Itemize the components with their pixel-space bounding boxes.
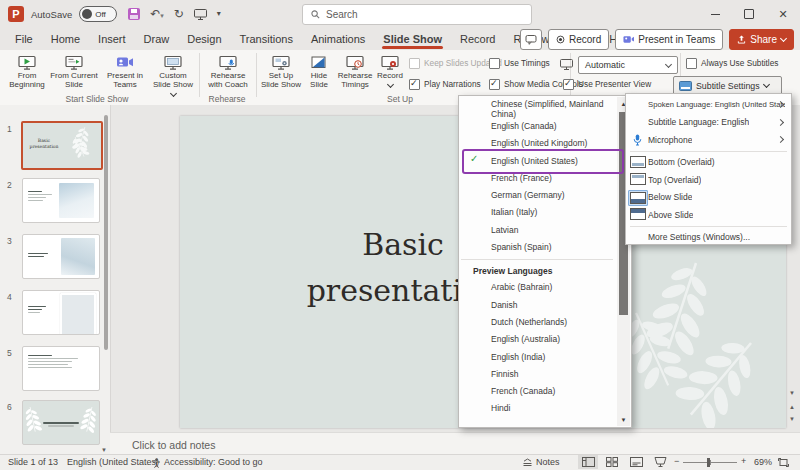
scroll-down-icon[interactable]: ▼ (101, 447, 107, 453)
slide-thumbnail-4[interactable] (22, 290, 100, 335)
start-slideshow-button[interactable] (194, 9, 207, 20)
menu-item-above-slide[interactable]: Above Slide (626, 206, 791, 224)
preview-languages-header: Preview Languages (459, 263, 631, 279)
normal-view-icon (582, 457, 595, 467)
maximize-button[interactable] (732, 0, 766, 28)
normal-view-button[interactable] (578, 455, 598, 469)
checkbox-use-presenter-view[interactable]: Use Presenter View (563, 78, 651, 90)
menu-item-finnish[interactable]: Finnish (459, 365, 630, 382)
tab-record[interactable]: Record (451, 30, 504, 50)
share-icon (737, 35, 746, 44)
autosave-state: Off (95, 10, 106, 19)
custom-slide-show-button[interactable]: Custom Slide Show (150, 52, 196, 100)
menu-item-chinese-simplified[interactable]: Chinese (Simplified, Mainland China) (459, 100, 630, 117)
tab-design[interactable]: Design (178, 30, 230, 50)
menu-item-latvian[interactable]: Latvian (459, 221, 630, 238)
menu-item-english-canada[interactable]: English (Canada) (459, 117, 630, 134)
present-in-teams-button[interactable]: Present in Teams (615, 29, 723, 50)
slide-thumbnail-6[interactable] (22, 400, 100, 445)
next-slide-button[interactable]: ▼ (789, 414, 795, 424)
zoom-slider[interactable] (683, 462, 737, 463)
menu-item-below-slide-selected[interactable]: Below Slide (626, 189, 791, 207)
tab-home[interactable]: Home (42, 30, 89, 50)
tab-slide-show[interactable]: Slide Show (374, 30, 451, 50)
tab-file[interactable]: File (6, 30, 42, 50)
previous-slide-button[interactable]: ▲ (789, 402, 795, 412)
powerpoint-window: P AutoSave Off ↶▾ ↻ ▾ Search ✕ File Home (0, 0, 800, 470)
menu-item-german-germany[interactable]: German (Germany) (459, 186, 630, 203)
menu-item-french-canada[interactable]: French (Canada) (459, 382, 630, 399)
tab-animations[interactable]: Animations (302, 30, 374, 50)
menu-item-danish[interactable]: Danish (459, 296, 630, 313)
tab-draw[interactable]: Draw (135, 30, 179, 50)
zoom-tick (710, 460, 711, 465)
chevron-down-icon (665, 60, 672, 67)
zoom-out-button[interactable]: − (674, 456, 679, 466)
tab-insert[interactable]: Insert (89, 30, 135, 50)
slide-sorter-view-button[interactable] (602, 455, 622, 469)
menu-item-french-france[interactable]: French (France) (459, 169, 630, 186)
slide-show-view-button[interactable] (650, 455, 670, 469)
redo-button[interactable]: ↻ (174, 8, 184, 20)
above-slide-icon (630, 208, 646, 220)
menu-item-dutch-netherlands[interactable]: Dutch (Netherlands) (459, 313, 630, 330)
slide-thumbnail-1[interactable]: Basic presentation (21, 121, 103, 170)
menu-item-english-uk[interactable]: English (United Kingdom) (459, 135, 630, 152)
minimize-button[interactable] (698, 0, 732, 28)
present-in-teams-ribbon-button[interactable]: Present in Teams (102, 52, 148, 100)
menu-item-english-india[interactable]: English (India) (459, 348, 630, 365)
autosave-toggle[interactable]: Off (79, 6, 117, 22)
checkbox-always-use-subtitles[interactable]: Always Use Subtitles (686, 57, 778, 69)
checkbox-use-timings[interactable]: Use Timings (489, 57, 550, 69)
menu-item-arabic-bahrain[interactable]: Arabic (Bahrain) (459, 279, 630, 296)
close-button[interactable]: ✕ (766, 0, 800, 28)
comments-button[interactable] (520, 29, 542, 50)
reading-view-button[interactable] (626, 455, 646, 469)
notes-toggle-button[interactable]: Notes (536, 457, 560, 467)
scroll-down-icon[interactable]: ▼ (617, 413, 630, 426)
accessibility-status[interactable]: Accessibility: Good to go (164, 457, 263, 467)
record-button[interactable]: Record (548, 29, 609, 50)
slide-number: 4 (7, 292, 12, 302)
search-input[interactable]: Search (302, 4, 532, 25)
menu-item-spoken-language[interactable]: Spoken Language: English (United States) (626, 96, 791, 114)
customize-qat-button[interactable]: ▾ (217, 10, 221, 18)
tab-transitions[interactable]: Transitions (231, 30, 302, 50)
zoom-in-button[interactable]: + (741, 456, 746, 466)
zoom-level[interactable]: 69% (754, 457, 772, 467)
scroll-down-button[interactable]: ▼ (789, 388, 795, 398)
menu-item-microphone[interactable]: Microphone (626, 131, 791, 149)
set-up-slide-show-button[interactable]: Set Up Slide Show (259, 52, 303, 100)
save-icon[interactable] (128, 8, 140, 20)
slide-show-icon (654, 457, 667, 467)
rehearse-timings-button[interactable]: Rehearse Timings (336, 52, 374, 100)
slide-thumbnail-3[interactable] (22, 234, 100, 279)
menu-item-more-settings[interactable]: More Settings (Windows)... (626, 229, 791, 247)
menu-item-spanish-spain[interactable]: Spanish (Spain) (459, 238, 630, 255)
fit-to-window-icon[interactable] (778, 458, 789, 467)
subtitle-settings-icon (679, 81, 692, 91)
menu-item-english-us-selected[interactable]: ✓ English (United States) (459, 152, 630, 169)
rehearse-with-coach-button[interactable]: Rehearse with Coach (203, 52, 253, 100)
zoom-slider-thumb[interactable] (707, 458, 710, 467)
menu-item-hindi[interactable]: Hindi (459, 400, 630, 417)
menu-item-bottom-overlaid[interactable]: Bottom (Overlaid) (626, 154, 791, 172)
slide-thumbnail-2[interactable] (22, 178, 100, 223)
language-status[interactable]: English (United States) (67, 457, 159, 467)
hide-slide-button[interactable]: Hide Slide (303, 52, 335, 100)
record-ribbon-button[interactable]: Record (375, 52, 405, 100)
menu-item-subtitle-language[interactable]: Subtitle Language: English (626, 114, 791, 132)
notes-pane[interactable]: Click to add notes (110, 432, 800, 456)
thumbnail-scrollbar[interactable] (104, 115, 108, 350)
chevron-right-icon (777, 136, 784, 143)
checkbox-play-narrations[interactable]: Play Narrations (409, 78, 481, 90)
menu-item-english-australia[interactable]: English (Australia) (459, 331, 630, 348)
share-button[interactable]: Share (729, 29, 794, 50)
menu-item-top-overlaid[interactable]: Top (Overlaid) (626, 171, 791, 189)
from-current-slide-button[interactable]: From Current Slide (49, 52, 99, 100)
slide-thumbnail-5[interactable] (22, 346, 100, 391)
undo-button[interactable]: ↶▾ (150, 8, 164, 20)
from-beginning-button[interactable]: From Beginning (5, 52, 49, 100)
menu-item-italian-italy[interactable]: Italian (Italy) (459, 204, 630, 221)
monitor-select[interactable]: Automatic (578, 56, 678, 74)
